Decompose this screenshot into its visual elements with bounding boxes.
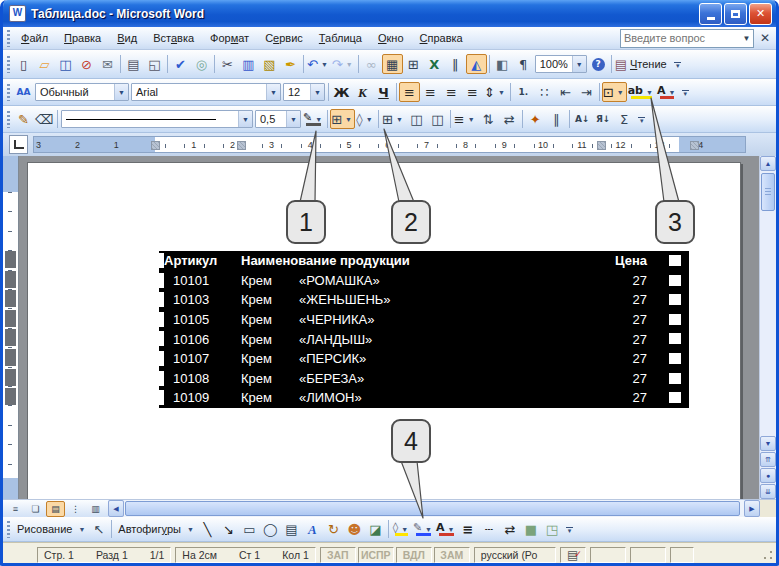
help-button[interactable]: ? — [588, 54, 609, 74]
horizontal-scroll-thumb[interactable] — [125, 501, 740, 516]
cell-brand[interactable]: Крем — [241, 390, 299, 405]
print-preview-button[interactable]: ◱ — [144, 54, 165, 74]
table-row[interactable]: 10108Крем«БЕРЕЗА»27 — [159, 369, 689, 389]
menu-вид[interactable]: Вид — [109, 29, 145, 47]
font-color-dropdown-icon[interactable]: ▼ — [665, 89, 677, 96]
toolbar-grip[interactable] — [7, 30, 10, 47]
table-row[interactable]: 10107Крем«ПЕРСИК»27 — [159, 349, 689, 369]
dropdown-arrow-icon[interactable]: ▼ — [572, 56, 586, 72]
ask-question-input[interactable] — [621, 32, 740, 44]
columns-button[interactable]: ‖ — [445, 54, 466, 74]
scroll-right-button[interactable]: ▶ — [744, 500, 760, 517]
read-button[interactable]: ▤Чтение — [614, 54, 671, 74]
format-painter-button[interactable]: ✒ — [280, 54, 301, 74]
cell-article[interactable]: 10103 — [159, 292, 241, 307]
dash-style-button[interactable]: ┄ — [479, 519, 500, 539]
oval-button[interactable]: ◯ — [260, 519, 281, 539]
menu-формат[interactable]: Формат — [202, 29, 257, 47]
spelling-status-panel[interactable]: ▤ ✓ — [560, 547, 586, 563]
shading-color-button[interactable]: ◊▼ — [355, 109, 376, 129]
rectangle-button[interactable]: ▭ — [239, 519, 260, 539]
mode-toggle-зап[interactable]: ЗАП — [320, 547, 356, 563]
vertical-scrollbar[interactable]: ▲ ▼ ⇈ ● ⇊ — [759, 156, 776, 499]
menu-сервис[interactable]: Сервис — [257, 29, 311, 47]
header-article[interactable]: Артикул — [159, 253, 241, 268]
distribute-columns-button[interactable]: ⇄ — [499, 109, 520, 129]
line-weight-combo[interactable]: 0,5▼ — [255, 110, 301, 128]
minimize-button[interactable] — [699, 3, 722, 25]
cell-article[interactable]: 10109 — [159, 390, 241, 405]
cell-brand[interactable]: Крем — [241, 371, 299, 386]
tab-selector-button[interactable] — [9, 135, 28, 154]
cell-article[interactable]: 10105 — [159, 312, 241, 327]
horizontal-ruler[interactable]: 3211234567891011121314 — [33, 136, 746, 153]
numbering-button[interactable]: 1. — [513, 82, 534, 102]
arrow-button[interactable]: ↘ — [218, 519, 239, 539]
formatting-toolbar-options-button[interactable]: ▾ — [679, 82, 691, 102]
distribute-rows-button[interactable]: ⇅ — [478, 109, 499, 129]
document-map-button[interactable]: ◧ — [492, 54, 513, 74]
align-right-button[interactable]: ≡ — [441, 82, 462, 102]
highlight-button[interactable]: ab▼ — [627, 82, 656, 102]
autoshapes-menu-button[interactable]: Автофигуры▼ — [114, 519, 197, 539]
open-button[interactable]: ▱ — [34, 54, 55, 74]
permission-button[interactable]: ⊘ — [76, 54, 97, 74]
underline-button[interactable]: Ч — [373, 82, 394, 102]
cell-product-name[interactable]: «РОМАШКА» — [299, 273, 587, 288]
autoshapes-menu-dropdown-icon[interactable]: ▼ — [184, 526, 196, 533]
table-row[interactable]: 10105Крем«ЧЕРНИКА»27 — [159, 310, 689, 330]
cell-price[interactable]: 27 — [587, 273, 647, 288]
cell-product-name[interactable]: «ЖЕНЬШЕНЬ» — [299, 292, 587, 307]
insert-excel-worksheet-button[interactable]: X — [424, 54, 445, 74]
draw-table-button[interactable]: ✎ — [13, 109, 34, 129]
undo-dropdown-icon[interactable]: ▼ — [318, 61, 330, 68]
fill-color-button[interactable]: ◊▼ — [391, 519, 412, 539]
product-table[interactable]: АртикулНаименование продукцииЦена10101Кр… — [159, 251, 689, 408]
insert-hyperlink-button[interactable]: ∞ — [361, 54, 382, 74]
select-browse-object-button[interactable]: ● — [760, 468, 776, 483]
table-row-marker[interactable] — [5, 329, 16, 346]
cell-brand[interactable]: Крем — [241, 292, 299, 307]
wordart-button[interactable]: A — [302, 519, 323, 539]
line-style-button[interactable]: ≡ — [458, 519, 479, 539]
3d-style-button[interactable]: ◳ — [542, 519, 563, 539]
highlight-dropdown-icon[interactable]: ▼ — [643, 89, 655, 96]
mode-toggle-вдл[interactable]: ВДЛ — [396, 547, 432, 563]
menu-файл[interactable]: Файл — [13, 29, 56, 47]
vertical-scroll-thumb[interactable] — [761, 173, 775, 211]
select-objects-button[interactable]: ↖ — [88, 519, 109, 539]
line-spacing-button[interactable]: ⇕▼ — [483, 82, 508, 102]
insert-table-button[interactable]: ⊞▼ — [381, 109, 406, 129]
table-row-marker[interactable] — [5, 251, 16, 268]
scroll-down-button[interactable]: ▼ — [760, 436, 776, 451]
line-spacing-dropdown-icon[interactable]: ▼ — [495, 89, 507, 96]
border-color-dropdown-icon[interactable]: ▼ — [312, 116, 324, 123]
email-button[interactable]: ✉ — [97, 54, 118, 74]
center-button[interactable]: ≡ — [420, 82, 441, 102]
scroll-left-button[interactable]: ◀ — [108, 500, 124, 517]
cell-article[interactable]: 10106 — [159, 332, 241, 347]
outside-border-button[interactable]: ⊡▼ — [602, 82, 627, 102]
menu-таблица[interactable]: Таблица — [311, 29, 370, 47]
menu-окно[interactable]: Окно — [370, 29, 412, 47]
border-color-button[interactable]: ✎▼ — [302, 109, 325, 129]
sort-descending-button[interactable]: Я↓ — [593, 109, 614, 129]
table-row-marker[interactable] — [5, 349, 16, 366]
previous-page-button[interactable]: ⇈ — [760, 452, 776, 467]
table-row-marker[interactable] — [5, 310, 16, 327]
style-combo[interactable]: Обычный▼ — [35, 83, 129, 101]
show-hide-formatting-button[interactable]: ¶ — [513, 54, 534, 74]
picture-button[interactable]: ◪ — [365, 519, 386, 539]
table-row-marker[interactable] — [5, 290, 16, 307]
font-size-combo[interactable]: 12▼ — [283, 83, 325, 101]
font-color-button[interactable]: А▼ — [656, 82, 678, 102]
bullets-button[interactable]: ∷ — [534, 82, 555, 102]
standard-toolbar-options-button[interactable]: ▾ — [672, 54, 684, 74]
cell-article[interactable]: 10101 — [159, 273, 241, 288]
insert-table-button[interactable]: ⊞ — [403, 54, 424, 74]
menu-справка[interactable]: Справка — [412, 29, 471, 47]
table-row-marker[interactable] — [5, 271, 16, 288]
drawing-toolbar-options-button[interactable]: ▾ — [564, 519, 576, 539]
eraser-button[interactable]: ⌫ — [34, 109, 55, 129]
drawing-menu-dropdown-icon[interactable]: ▼ — [75, 526, 87, 533]
